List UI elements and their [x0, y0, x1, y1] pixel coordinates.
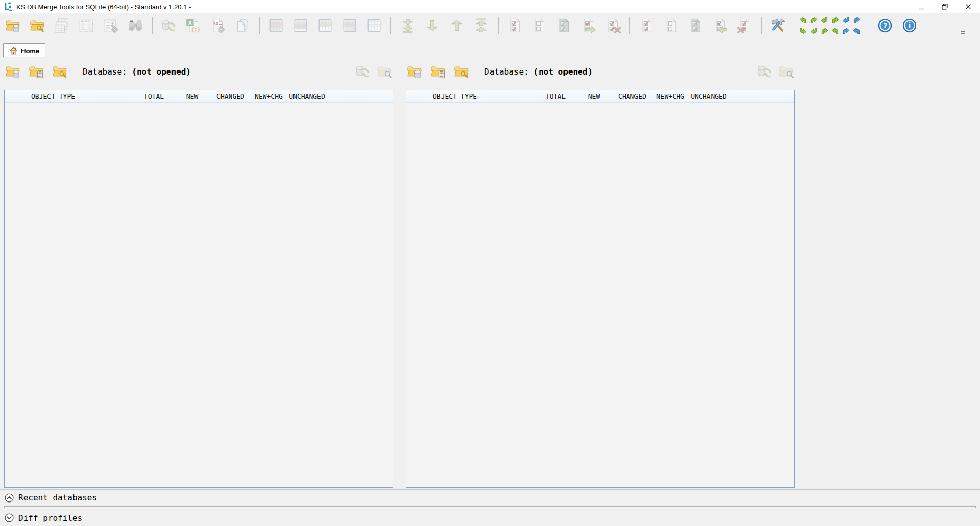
home-tab-content: Database: (not opened) Database: (not op… — [0, 57, 980, 526]
nav-up-right-blue-2-button[interactable] — [841, 26, 851, 36]
left-open-recent-database-folder-button[interactable] — [28, 63, 45, 80]
check-all-right-button — [637, 16, 656, 35]
column-header-new-chg[interactable]: NEW+CHG — [651, 92, 690, 100]
nav-up-right-blue-button[interactable] — [852, 15, 862, 25]
nav-up-left-green-2-icon — [831, 27, 839, 35]
column-header-new-chg[interactable]: NEW+CHG — [250, 92, 288, 100]
nav-up-right-green-button[interactable] — [809, 15, 819, 25]
discard-checks-left-button — [603, 16, 623, 35]
help-icon: ? — [877, 18, 893, 33]
column-header-total[interactable]: TOTAL — [536, 92, 575, 100]
tab-bar: Home — [0, 38, 980, 57]
apply-checked-left-icon — [581, 18, 596, 33]
show-new-rows-button — [315, 16, 335, 35]
column-header-object-type[interactable]: OBJECT TYPE — [5, 92, 135, 100]
check-all-left-icon — [507, 18, 523, 33]
open-recent-database-folder-icon — [29, 64, 44, 79]
chevron-down-circle-icon[interactable] — [4, 513, 14, 523]
svg-text:i: i — [909, 21, 911, 30]
invert-checks-left-icon — [556, 18, 572, 33]
discard-checks-left-icon — [605, 18, 621, 33]
open-database-with-password-folder-button[interactable] — [28, 16, 47, 35]
goto-prev-diff-button — [447, 16, 467, 35]
browse-database-folder-icon — [778, 64, 794, 79]
export-data-icon: X{:} — [186, 18, 201, 33]
discard-checks-right-icon — [737, 18, 752, 33]
toolbar-separator — [390, 17, 391, 34]
toolbar-overflow-button[interactable] — [959, 29, 967, 36]
goto-next-diff-button — [423, 16, 442, 35]
help-button[interactable]: ? — [875, 16, 895, 35]
find-button — [126, 16, 145, 35]
svg-text:X: X — [188, 20, 192, 26]
nav-up-right-green-2-button[interactable] — [830, 15, 840, 25]
minimize-button[interactable] — [910, 0, 933, 13]
goto-first-diff-button — [472, 16, 491, 35]
restore-icon — [942, 4, 948, 10]
quick-nav-grid — [798, 15, 862, 36]
left-open-database-folder-button[interactable] — [4, 63, 21, 80]
right-table-column-headers: OBJECT TYPETOTALNEWCHANGEDNEW+CHGUNCHANG… — [406, 90, 794, 103]
uncheck-all-right-icon — [664, 18, 679, 33]
column-header-unchanged[interactable]: UNCHANGED — [288, 92, 326, 100]
left-database-label: Database: — [83, 67, 127, 77]
column-header-changed[interactable]: CHANGED — [613, 92, 651, 100]
export-data-button: X{:} — [184, 16, 203, 35]
restore-button[interactable] — [933, 0, 957, 13]
right-open-recent-database-folder-button[interactable] — [429, 63, 447, 80]
nav-up-left-blue-button[interactable] — [852, 26, 862, 36]
show-changed-rows-button — [340, 16, 359, 35]
open-database-folder-button[interactable] — [3, 16, 22, 35]
copy-tables-button — [52, 16, 71, 35]
nav-up-left-green-button[interactable] — [798, 15, 808, 25]
toolbar-overflow-icon — [960, 30, 966, 36]
refresh-database-icon — [757, 64, 772, 79]
column-header-unchanged[interactable]: UNCHANGED — [690, 92, 728, 100]
right-database-header: Database: (not opened) — [406, 59, 795, 84]
about-icon: i — [902, 18, 917, 33]
home-icon — [9, 46, 18, 55]
nav-up-left-green-2-button[interactable] — [830, 26, 840, 36]
recent-databases-label: Recent databases — [18, 493, 97, 503]
app-window: KS DB Merge Tools for SQLite (64-bit) - … — [0, 0, 980, 526]
copy-tables-icon — [54, 18, 69, 33]
about-button[interactable]: i — [900, 16, 919, 35]
find-icon — [128, 18, 143, 33]
settings-tools-button[interactable] — [769, 16, 788, 35]
check-all-right-icon — [639, 18, 654, 33]
copy-page-icon — [235, 18, 250, 33]
chevron-up-circle-icon[interactable] — [4, 493, 14, 503]
nav-up-right-blue-2-icon — [842, 27, 850, 35]
diff-profiles-bar[interactable]: Diff profiles — [0, 510, 980, 526]
column-header-new[interactable]: NEW — [173, 92, 211, 100]
right-open-database-folder-button[interactable] — [406, 63, 423, 80]
column-header-new[interactable]: NEW — [575, 92, 613, 100]
column-header-changed[interactable]: CHANGED — [211, 92, 250, 100]
minimize-icon — [918, 4, 924, 10]
uncheck-all-left-icon — [532, 18, 547, 33]
nav-up-right-green-2-icon — [831, 16, 839, 24]
open-database-folder-icon — [407, 64, 422, 79]
show-unchanged-rows-icon — [366, 18, 382, 33]
open-database-with-password-folder-icon — [454, 64, 469, 79]
recent-databases-bar[interactable]: Recent databases — [0, 489, 980, 506]
open-database-with-password-folder-icon — [30, 18, 45, 33]
nav-down-left-green-button[interactable] — [820, 15, 829, 25]
toolbar-items: SELECTX{:}$x=?i — [3, 13, 919, 38]
column-header-total[interactable]: TOTAL — [135, 92, 173, 100]
close-button[interactable] — [957, 0, 980, 13]
left-open-database-with-password-folder-button[interactable] — [51, 63, 68, 80]
browse-database-folder-icon — [377, 64, 392, 79]
nav-down-right-green-button[interactable] — [798, 26, 808, 36]
nav-down-left-green-2-button[interactable] — [809, 26, 819, 36]
tab-home[interactable]: Home — [3, 43, 45, 57]
column-header-object-type[interactable]: OBJECT TYPE — [406, 92, 536, 100]
open-database-folder-icon — [5, 64, 20, 79]
nav-up-right-green-3-button[interactable] — [820, 26, 829, 36]
refresh-databases-button — [159, 16, 179, 35]
nav-down-left-green-2-icon — [810, 27, 818, 35]
nav-down-left-blue-button[interactable] — [841, 15, 851, 25]
nav-up-right-blue-icon — [853, 16, 861, 24]
right-open-database-with-password-folder-button[interactable] — [453, 63, 470, 80]
goto-first-diff-icon — [474, 18, 489, 33]
